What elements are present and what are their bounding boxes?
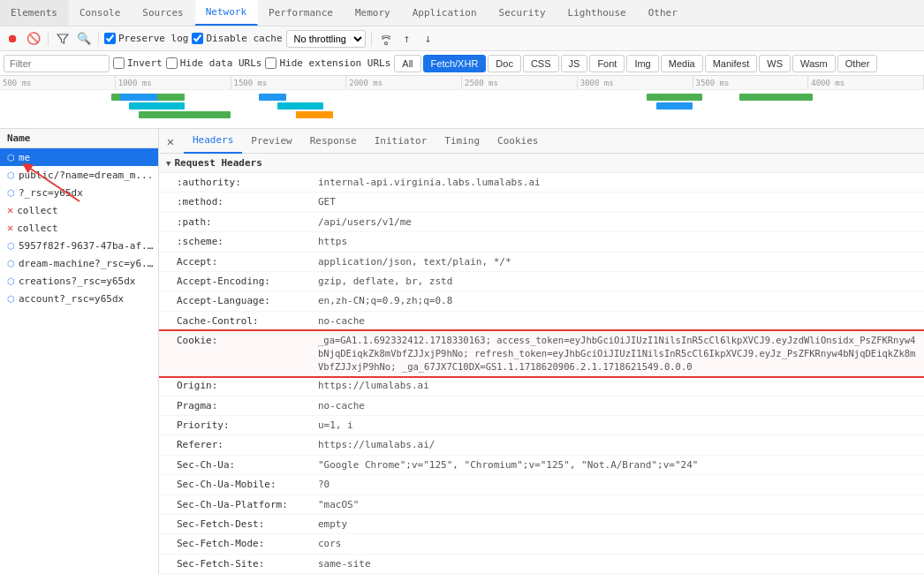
- filter-type-btn-font[interactable]: Font: [589, 55, 625, 72]
- filter-type-btn-manifest[interactable]: Manifest: [705, 55, 758, 72]
- header-row: Origin:https://lumalabs.ai: [159, 376, 924, 396]
- upload-icon[interactable]: ↑: [398, 30, 416, 48]
- filter-type-btn-ws[interactable]: WS: [759, 55, 791, 72]
- request-headers-section[interactable]: ▼ Request Headers: [159, 154, 924, 173]
- headers-content: ▼ Request Headers :authority:internal-ap…: [159, 154, 924, 574]
- tab-console[interactable]: Console: [69, 0, 132, 26]
- filter-type-btn-all[interactable]: All: [394, 55, 420, 72]
- filter-type-btn-js[interactable]: JS: [561, 55, 588, 72]
- download-icon[interactable]: ↓: [420, 30, 437, 48]
- detail-tab-cookies[interactable]: Cookies: [489, 129, 547, 154]
- filter-type-btn-fetch/xhr[interactable]: Fetch/XHR: [423, 55, 487, 72]
- list-item-name: public/?name=dream_m...: [19, 170, 153, 181]
- timeline-ruler: 500 ms1000 ms1500 ms2000 ms2500 ms3000 m…: [0, 76, 924, 90]
- header-row: Cookie:_ga=GA1.1.692332412.1718330163; a…: [159, 331, 924, 376]
- list-item-name: 5957f82f-9637-47ba-af...: [19, 240, 155, 252]
- filter-type-btn-media[interactable]: Media: [661, 55, 703, 72]
- detail-tab-headers[interactable]: Headers: [184, 129, 242, 154]
- toolbar-divider-2: [98, 32, 99, 46]
- hide-ext-urls-checkbox[interactable]: Hide extension URLs: [265, 57, 390, 69]
- tab-network[interactable]: Network: [195, 0, 258, 26]
- invert-checkbox[interactable]: Invert: [113, 57, 163, 69]
- timeline-waterfall: [0, 90, 924, 129]
- header-name: Sec-Ch-Ua-Mobile:: [177, 478, 318, 491]
- header-name: :path:: [177, 215, 318, 229]
- list-item-name: me: [19, 152, 30, 163]
- tab-memory[interactable]: Memory: [345, 0, 402, 26]
- ruler-tick: 4000 ms: [808, 76, 924, 89]
- filter-type-btn-wasm[interactable]: Wasm: [792, 55, 836, 72]
- filter-type-btn-other[interactable]: Other: [837, 55, 878, 72]
- header-name: Sec-Fetch-Dest:: [177, 517, 318, 531]
- toolbar-divider-3: [371, 32, 372, 46]
- search-icon[interactable]: 🔍: [75, 30, 93, 48]
- header-value: _ga=GA1.1.692332412.1718330163; access_t…: [318, 334, 917, 373]
- header-row: :method:GET: [159, 193, 924, 212]
- tab-other[interactable]: Other: [638, 0, 689, 26]
- list-item[interactable]: ⬡public/?name=dream_m...: [0, 166, 158, 184]
- tab-performance[interactable]: Performance: [258, 0, 345, 26]
- ruler-tick: 3500 ms: [693, 76, 809, 89]
- detail-tab-initiator[interactable]: Initiator: [366, 129, 436, 154]
- tab-security[interactable]: Security: [489, 0, 557, 26]
- list-item[interactable]: ⬡5957f82f-9637-47ba-af...: [0, 237, 158, 254]
- header-row: :authority:internal-api.virginia.labs.lu…: [159, 173, 924, 193]
- record-btn[interactable]: ⏺: [4, 30, 21, 48]
- header-value: application/json, text/plain, */*: [318, 255, 917, 268]
- header-value: same-site: [318, 557, 917, 570]
- close-panel-btn[interactable]: ✕: [163, 133, 178, 149]
- list-item[interactable]: ✕collect: [0, 219, 158, 237]
- filter-input[interactable]: [4, 55, 110, 72]
- detail-tab-response[interactable]: Response: [301, 129, 366, 154]
- top-tab-bar: Elements Console Sources Network Perform…: [0, 0, 924, 26]
- header-name: :method:: [177, 195, 318, 208]
- list-item[interactable]: ⬡dream-machine?_rsc=y6...: [0, 254, 158, 272]
- list-item[interactable]: ⬡?_rsc=y65dx: [0, 184, 158, 201]
- list-item[interactable]: ✕collect: [0, 201, 158, 219]
- list-item[interactable]: ⬡creations?_rsc=y65dx: [0, 272, 158, 290]
- detail-tab-preview[interactable]: Preview: [242, 129, 300, 154]
- header-value: en,zh-CN;q=0.9,zh;q=0.8: [318, 294, 917, 307]
- header-value: /api/users/v1/me: [318, 215, 917, 229]
- type-filter-buttons: AllFetch/XHRDocCSSJSFontImgMediaManifest…: [394, 55, 877, 72]
- header-row: Priority:u=1, i: [159, 416, 924, 435]
- detail-tab-timing[interactable]: Timing: [435, 129, 489, 154]
- list-header: Name: [0, 129, 158, 148]
- tab-application[interactable]: Application: [402, 0, 489, 26]
- header-name: Cookie:: [177, 334, 318, 347]
- header-name: Sec-Fetch-Site:: [177, 557, 318, 570]
- doc-icon: ⬡: [7, 241, 15, 251]
- ruler-tick: 500 ms: [0, 76, 116, 89]
- list-item[interactable]: ⬡account?_rsc=y65dx: [0, 290, 158, 307]
- doc-icon: ⬡: [7, 276, 15, 286]
- tab-elements[interactable]: Elements: [0, 0, 69, 26]
- clear-btn[interactable]: 🚫: [25, 30, 42, 48]
- list-item-name: ?_rsc=y65dx: [19, 187, 83, 199]
- header-name: Sec-Ch-Ua-Platform:: [177, 498, 318, 511]
- header-value: gzip, deflate, br, zstd: [318, 275, 917, 288]
- header-value: GET: [318, 195, 917, 208]
- header-row: Sec-Ch-Ua:"Google Chrome";v="125", "Chro…: [159, 456, 924, 475]
- filter-icon[interactable]: [54, 30, 72, 48]
- header-name: Sec-Ch-Ua:: [177, 458, 318, 472]
- wifi-icon[interactable]: [377, 30, 395, 48]
- filter-type-btn-css[interactable]: CSS: [523, 55, 559, 72]
- tab-sources[interactable]: Sources: [132, 0, 194, 26]
- hide-data-urls-checkbox[interactable]: Hide data URLs: [166, 57, 262, 69]
- header-row: Pragma:no-cache: [159, 397, 924, 416]
- tab-lighthouse[interactable]: Lighthouse: [557, 0, 638, 26]
- header-name: Referer:: [177, 438, 318, 451]
- header-name: Accept:: [177, 255, 318, 268]
- header-row: Accept:application/json, text/plain, */*: [159, 253, 924, 272]
- toolbar-divider-1: [48, 32, 49, 46]
- header-row: Sec-Ch-Ua-Mobile:?0: [159, 475, 924, 495]
- filter-type-btn-doc[interactable]: Doc: [488, 55, 521, 72]
- header-value: no-cache: [318, 314, 917, 328]
- filter-type-btn-img[interactable]: Img: [626, 55, 658, 72]
- header-name: Accept-Language:: [177, 294, 318, 307]
- preserve-log-checkbox[interactable]: Preserve log: [104, 33, 188, 44]
- disable-cache-checkbox[interactable]: Disable cache: [192, 33, 282, 44]
- throttle-select[interactable]: No throttling: [286, 30, 366, 48]
- main-area: Name ⬡me⬡public/?name=dream_m...⬡?_rsc=y…: [0, 129, 924, 574]
- list-item[interactable]: ⬡me: [0, 148, 158, 166]
